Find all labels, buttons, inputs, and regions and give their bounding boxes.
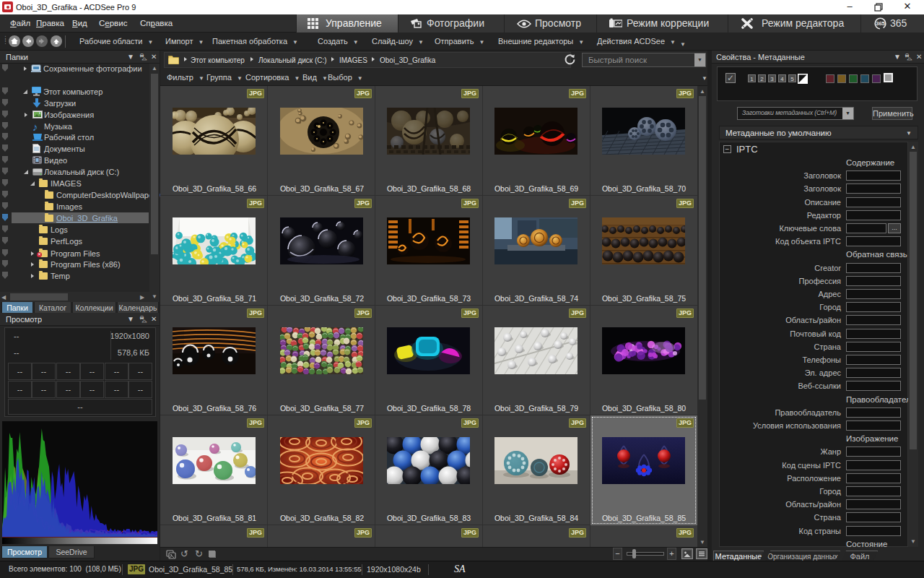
svg-text:365: 365: [876, 20, 885, 27]
